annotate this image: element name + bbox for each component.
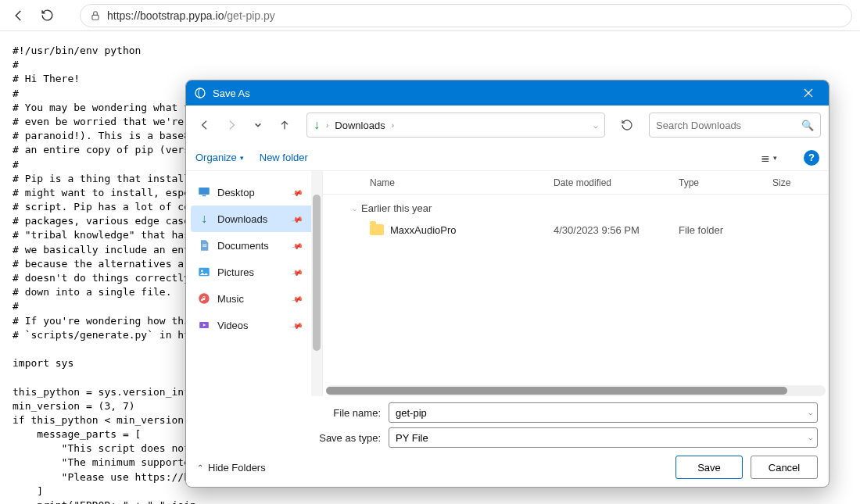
pictures-icon [197,265,211,279]
nav-back-button[interactable] [194,114,216,136]
chevron-down-icon[interactable]: ⌵ [808,409,812,416]
nav-recent-button[interactable] [247,114,269,136]
search-box[interactable]: 🔍 [649,113,821,138]
save-as-dialog: Save As ↓ › Downloads › ⌵ 🔍 Organize ▾ N… [185,80,830,488]
file-row[interactable]: MaxxAudioPro 4/30/2023 9:56 PM File fold… [346,219,819,241]
videos-icon [197,318,211,332]
sidebar-item-label: Desktop [217,187,255,198]
folder-sidebar: Desktop 📌 ↓ Downloads 📌 Documents 📌 Pict… [186,171,323,396]
svg-rect-4 [202,245,206,245]
horizontal-scrollbar[interactable] [326,385,826,396]
sidebar-item-label: Music [217,293,244,305]
column-header-date[interactable]: Date modified [554,177,679,188]
svg-point-7 [201,270,203,272]
sidebar-item-documents[interactable]: Documents 📌 [191,232,317,259]
svg-point-1 [195,88,205,98]
file-list: ⌵ Earlier this year MaxxAudioPro 4/30/20… [323,195,829,396]
download-icon: ↓ [314,118,320,132]
search-input[interactable] [656,120,801,131]
dialog-nav-row: ↓ › Downloads › ⌵ 🔍 [186,105,829,145]
organize-button[interactable]: Organize ▾ [195,152,244,163]
svg-rect-5 [202,246,206,247]
pin-icon: 📌 [291,186,303,198]
url-text: https://bootstrap.pypa.io/get-pip.py [107,9,275,22]
dialog-bottom-bar: ⌃ Hide Folders Save Cancel [186,448,829,487]
sidebar-item-desktop[interactable]: Desktop 📌 [191,179,317,206]
nav-forward-button[interactable] [220,114,242,136]
dialog-body: Desktop 📌 ↓ Downloads 📌 Documents 📌 Pict… [186,171,829,396]
column-header-size[interactable]: Size [772,177,819,188]
chevron-right-icon: › [326,121,328,130]
save-button[interactable]: Save [675,456,743,479]
sidebar-item-label: Videos [217,320,249,331]
help-button[interactable]: ? [804,150,819,166]
nav-refresh-button[interactable] [616,114,638,136]
dialog-title: Save As [213,88,787,99]
hide-folders-button[interactable]: ⌃ Hide Folders [197,462,266,474]
sidebar-item-pictures[interactable]: Pictures 📌 [191,259,317,285]
chevron-up-icon: ⌃ [197,463,203,472]
chevron-down-icon: ▾ [240,154,244,162]
svg-rect-3 [202,195,206,197]
close-button[interactable] [793,80,824,105]
chevron-down-icon[interactable]: ⌵ [593,121,598,130]
file-type: File folder [679,224,772,236]
desktop-icon [197,185,211,199]
sidebar-scrollbar[interactable] [311,171,322,396]
music-icon [197,291,211,306]
pin-icon: 📌 [291,319,303,331]
sidebar-item-downloads[interactable]: ↓ Downloads 📌 [191,206,317,232]
saveastype-label: Save as type: [318,432,381,444]
new-folder-button[interactable]: New folder [260,152,308,163]
svg-rect-0 [92,15,99,20]
column-header-type[interactable]: Type [679,177,772,188]
file-date: 4/30/2023 9:56 PM [554,224,679,236]
file-name: MaxxAudioPro [390,224,457,236]
filename-label: File name: [318,407,381,419]
dialog-toolbar: Organize ▾ New folder ≣ ▾ ? [186,145,829,171]
browser-toolbar: https://bootstrap.pypa.io/get-pip.py [0,0,860,31]
document-icon [197,238,211,252]
sidebar-item-label: Pictures [217,266,254,278]
pin-icon: 📌 [291,266,303,278]
pin-icon: 📌 [291,292,303,305]
file-group-header[interactable]: ⌵ Earlier this year [346,198,819,219]
back-button[interactable] [8,5,30,27]
saveastype-select[interactable]: PY File ⌵ [389,427,818,448]
chevron-right-icon: › [392,121,394,130]
chevron-down-icon[interactable]: ⌵ [808,434,812,441]
chevron-down-icon: ⌵ [353,205,357,213]
breadcrumb[interactable]: ↓ › Downloads › ⌵ [306,113,605,138]
dialog-titlebar: Save As [186,80,829,105]
save-form: File name: get-pip ⌵ Save as type: PY Fi… [186,396,829,448]
nav-up-button[interactable] [274,114,296,136]
search-icon: 🔍 [801,120,814,131]
view-options-button[interactable]: ≣ ▾ [761,152,777,164]
lock-icon [90,10,101,21]
address-bar[interactable]: https://bootstrap.pypa.io/get-pip.py [80,4,852,27]
filename-input[interactable]: get-pip ⌵ [389,402,818,423]
pin-icon: 📌 [291,239,303,252]
download-icon: ↓ [197,212,211,226]
sidebar-item-videos[interactable]: Videos 📌 [191,312,317,338]
reload-button[interactable] [36,5,58,27]
pin-icon: 📌 [291,213,303,225]
sidebar-item-music[interactable]: Music 📌 [191,285,317,312]
sidebar-item-label: Documents [217,240,269,252]
breadcrumb-segment[interactable]: Downloads [335,120,385,131]
svg-rect-2 [199,188,210,195]
sidebar-item-label: Downloads [217,213,267,225]
column-headers[interactable]: Name Date modified Type Size [323,171,829,195]
cancel-button[interactable]: Cancel [751,456,818,479]
folder-icon [370,224,384,235]
column-header-name[interactable]: Name [370,177,554,188]
file-list-area: Name Date modified Type Size ⌵ Earlier t… [323,171,829,396]
app-icon [194,87,206,99]
